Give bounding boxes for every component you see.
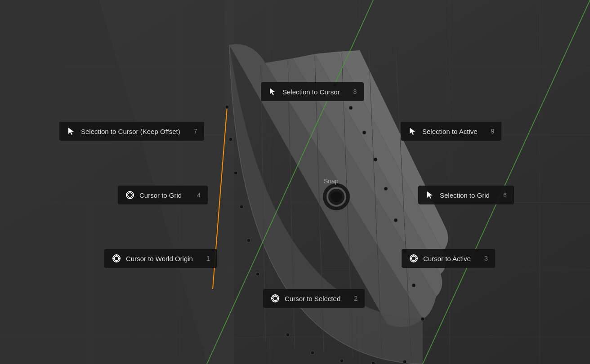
svg-point-42: [362, 131, 366, 134]
svg-point-29: [256, 272, 259, 276]
svg-point-40: [384, 187, 388, 191]
menu-label-cursor-to-selected: Cursor to Selected: [285, 295, 340, 302]
menu-shortcut-selection-to-cursor-keep: 7: [185, 128, 197, 135]
svg-point-39: [394, 218, 398, 222]
crosshair-icon: [270, 293, 280, 303]
svg-point-25: [229, 138, 232, 141]
viewport: Snap: [0, 0, 590, 364]
svg-point-47: [331, 191, 342, 202]
crosshair-icon: [112, 253, 121, 263]
svg-point-37: [412, 284, 416, 287]
menu-label-selection-to-grid: Selection to Grid: [440, 191, 490, 199]
snap-label: Snap: [324, 178, 339, 185]
svg-point-41: [374, 158, 377, 161]
menu-label-selection-to-cursor: Selection to Cursor: [282, 88, 340, 96]
svg-point-70: [273, 296, 277, 301]
crosshair-icon: [125, 190, 135, 200]
svg-point-33: [340, 359, 344, 363]
cursor-arrow-icon: [67, 126, 76, 136]
grid-background: [0, 0, 590, 364]
crosshair-icon: [409, 253, 419, 263]
svg-point-26: [234, 171, 237, 175]
svg-point-36: [421, 317, 425, 321]
svg-point-28: [247, 239, 250, 242]
menu-shortcut-cursor-to-grid: 4: [188, 191, 201, 199]
menu-label-selection-to-cursor-keep: Selection to Cursor (Keep Offset): [81, 128, 180, 135]
menu-label-cursor-to-world-origin: Cursor to World Origin: [126, 255, 193, 262]
menu-btn-cursor-to-grid[interactable]: Cursor to Grid4: [118, 186, 208, 204]
menu-label-cursor-to-grid: Cursor to Grid: [139, 191, 182, 199]
menu-btn-selection-to-active[interactable]: Selection to Active9: [401, 122, 501, 141]
svg-point-32: [311, 351, 314, 355]
menu-shortcut-selection-to-cursor: 8: [344, 88, 357, 95]
cursor-arrow-icon: [425, 190, 435, 200]
svg-point-31: [286, 333, 290, 337]
svg-point-58: [114, 256, 119, 261]
svg-point-35: [403, 360, 407, 364]
cursor-arrow-icon: [268, 87, 278, 97]
menu-shortcut-selection-to-grid: 6: [494, 191, 507, 199]
menu-shortcut-cursor-to-active: 3: [475, 255, 488, 262]
menu-label-cursor-to-active: Cursor to Active: [423, 255, 471, 262]
menu-btn-selection-to-grid[interactable]: Selection to Grid6: [418, 186, 514, 204]
menu-btn-cursor-to-selected[interactable]: Cursor to Selected2: [263, 289, 365, 308]
menu-shortcut-selection-to-active: 9: [482, 128, 495, 135]
svg-point-51: [128, 193, 132, 197]
menu-btn-selection-to-cursor-keep[interactable]: Selection to Cursor (Keep Offset)7: [59, 122, 204, 141]
menu-shortcut-cursor-to-selected: 2: [345, 295, 358, 302]
menu-btn-selection-to-cursor[interactable]: Selection to Cursor8: [261, 82, 364, 101]
menu-label-selection-to-active: Selection to Active: [422, 128, 478, 135]
svg-point-34: [371, 361, 375, 364]
menu-shortcut-cursor-to-world-origin: 1: [197, 255, 210, 262]
svg-point-64: [411, 256, 416, 261]
menu-btn-cursor-to-world-origin[interactable]: Cursor to World Origin1: [104, 249, 217, 268]
menu-btn-cursor-to-active[interactable]: Cursor to Active3: [402, 249, 495, 268]
cursor-arrow-icon: [408, 126, 418, 136]
svg-point-24: [225, 105, 229, 109]
svg-point-43: [349, 106, 353, 110]
svg-point-27: [240, 205, 243, 209]
